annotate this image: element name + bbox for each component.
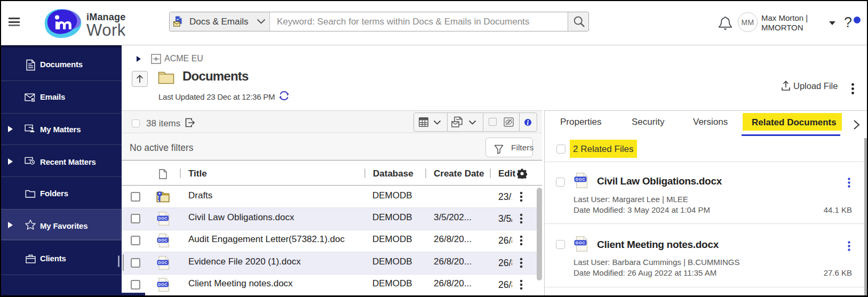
svg-text:DOC: DOC (576, 240, 585, 245)
svg-text:DOC: DOC (158, 261, 168, 264)
svg-text:DOC: DOC (158, 283, 168, 286)
svg-text:DOC: DOC (158, 238, 168, 242)
svg-text:DOC: DOC (158, 216, 168, 220)
svg-text:DOC: DOC (576, 177, 585, 182)
